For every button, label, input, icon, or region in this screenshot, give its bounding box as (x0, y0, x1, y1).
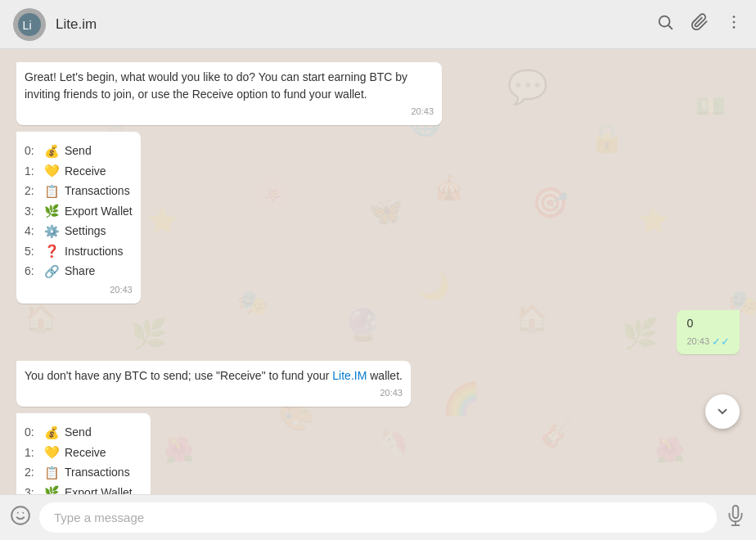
message-input[interactable] (39, 502, 717, 533)
menu-item-emoji: 💛 (44, 162, 60, 181)
menu-item-label: Instructions (65, 243, 124, 260)
message-text: You don't have any BTC to send; use "Rec… (25, 367, 403, 385)
input-bar (0, 494, 756, 540)
menu-item-label: Settings (65, 223, 106, 240)
menu-item-num: 0: (25, 142, 39, 160)
menu-item-emoji: 💛 (44, 443, 60, 462)
check-marks-icon: ✓✓ (712, 334, 730, 350)
chat-area: Great! Let's begin, what would you like … (0, 49, 756, 494)
menu-item-emoji: 🔗 (44, 263, 60, 281)
menu-item-num: 1: (25, 163, 39, 180)
menu-item-num: 6: (25, 263, 39, 280)
menu-item: 0: 💰 Send (25, 423, 142, 443)
menu-item: 2: 📋 Transactions (25, 463, 142, 484)
menu-item-emoji: 🌿 (44, 484, 60, 494)
scroll-to-bottom-button[interactable] (705, 394, 740, 429)
svg-text:Li: Li (23, 18, 32, 31)
menu-item: 2: 📋 Transactions (25, 182, 133, 202)
menu-item-label: Share (65, 263, 95, 280)
message-bubble-menu2: 0: 💰 Send 1: 💛 Receive 2: 📋 Transactions… (16, 413, 151, 495)
emoji-button[interactable] (10, 505, 31, 531)
message-row: Great! Let's begin, what would you like … (16, 62, 740, 125)
menu-item-label: Transactions (65, 464, 130, 481)
message-time: 20:43 (25, 283, 133, 297)
message-bubble: Great! Let's begin, what would you like … (16, 62, 442, 125)
menu-item-emoji: 📋 (44, 182, 60, 201)
message-bubble-outgoing: 0 20:43 ✓✓ (677, 310, 740, 355)
menu-item-label: Export Wallet (65, 484, 133, 494)
menu-item: 4: ⚙️ Settings (25, 222, 133, 242)
avatar: Li (13, 8, 46, 41)
menu-item-label: Receive (65, 444, 106, 461)
microphone-button[interactable] (725, 505, 746, 531)
menu-item: 6: 🔗 Share (25, 262, 133, 282)
menu-item-num: 3: (25, 484, 39, 494)
menu-item-emoji: ⚙️ (44, 223, 60, 241)
menu-item: 3: 🌿 Export Wallet (25, 483, 142, 494)
menu-item-emoji: 💰 (44, 142, 60, 161)
header-actions (656, 13, 743, 35)
menu-list-2: 0: 💰 Send 1: 💛 Receive 2: 📋 Transactions… (25, 423, 142, 495)
message-time: 20:43 (25, 105, 434, 119)
chat-title: Lite.im (56, 16, 656, 33)
menu-item-emoji: ❓ (44, 242, 60, 261)
message-bubble-menu: 0: 💰 Send 1: 💛 Receive 2: 📋 Transactions… (16, 132, 141, 304)
message-bubble: You don't have any BTC to send; use "Rec… (16, 361, 411, 407)
menu-item-emoji: 🌿 (44, 202, 60, 221)
message-time: 20:43 ✓✓ (686, 334, 730, 350)
menu-item-label: Send (65, 424, 92, 441)
menu-item: 3: 🌿 Export Wallet (25, 201, 133, 222)
svg-point-5 (733, 21, 736, 24)
menu-item-label: Transactions (65, 182, 130, 200)
menu-list: 0: 💰 Send 1: 💛 Receive 2: 📋 Transactions… (25, 142, 133, 282)
more-options-icon[interactable] (725, 13, 743, 35)
menu-item: 1: 💛 Receive (25, 443, 142, 463)
menu-item-num: 2: (25, 182, 39, 200)
menu-item-emoji: 📋 (44, 464, 60, 483)
menu-item-emoji: 💰 (44, 424, 60, 443)
message-text: Great! Let's begin, what would you like … (25, 69, 434, 103)
menu-item-num: 5: (25, 243, 39, 260)
menu-item-label: Export Wallet (65, 203, 133, 220)
menu-item: 1: 💛 Receive (25, 161, 133, 182)
message-row: 0 20:43 ✓✓ (16, 310, 740, 355)
menu-item: 0: 💰 Send (25, 142, 133, 162)
menu-item-num: 3: (25, 203, 39, 220)
message-time: 20:43 (25, 386, 403, 400)
chat-header: Li Lite.im (0, 0, 756, 49)
svg-line-3 (668, 25, 672, 29)
search-icon[interactable] (656, 13, 674, 35)
message-row: 0: 💰 Send 1: 💛 Receive 2: 📋 Transactions… (16, 132, 740, 304)
attach-icon[interactable] (691, 13, 709, 35)
menu-item-label: Send (65, 142, 92, 160)
menu-item-num: 1: (25, 444, 39, 461)
message-row: You don't have any BTC to send; use "Rec… (16, 361, 740, 407)
liteIM-link[interactable]: Lite.IM (332, 369, 367, 382)
menu-item: 5: ❓ Instructions (25, 241, 133, 262)
menu-item-label: Receive (65, 163, 106, 180)
message-text: 0 (686, 315, 730, 332)
svg-point-6 (733, 26, 736, 29)
svg-point-4 (733, 16, 736, 18)
menu-item-num: 4: (25, 223, 39, 240)
menu-item-num: 2: (25, 464, 39, 481)
message-row: 0: 💰 Send 1: 💛 Receive 2: 📋 Transactions… (16, 413, 740, 495)
svg-point-7 (11, 506, 29, 524)
menu-item-num: 0: (25, 424, 39, 441)
svg-point-2 (659, 16, 670, 27)
